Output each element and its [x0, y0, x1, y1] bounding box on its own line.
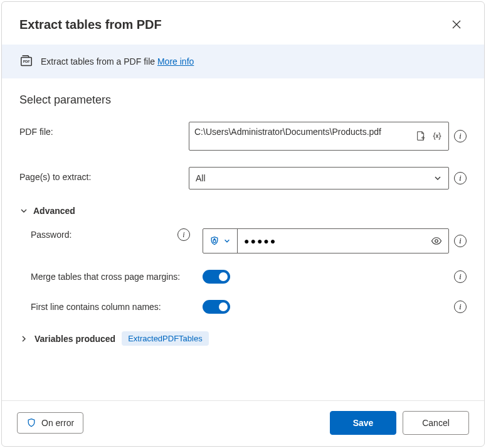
advanced-label: Advanced [33, 206, 75, 216]
pdf-file-value: C:\Users\Administrator\Documents\Product… [189, 122, 409, 150]
field-pdf-file: PDF file: C:\Users\Administrator\Documen… [19, 122, 467, 151]
pages-value: All [196, 173, 206, 183]
close-icon [452, 20, 461, 29]
dialog-header: Extract tables from PDF [2, 2, 484, 45]
password-input[interactable]: ●●●●● [203, 228, 449, 253]
close-button[interactable] [446, 14, 467, 35]
field-pages: Page(s) to extract: All i [19, 167, 467, 189]
section-title: Select parameters [19, 93, 467, 107]
variables-label: Variables produced [34, 334, 115, 344]
field-merge-tables: Merge tables that cross page margins: i [31, 270, 467, 284]
pages-select[interactable]: All [189, 167, 449, 189]
chevron-down-icon [19, 206, 28, 215]
variable-icon [431, 131, 443, 142]
pages-label: Page(s) to extract: [19, 167, 181, 182]
variables-expander[interactable]: Variables produced ExtractedPDFTables [19, 331, 467, 346]
dialog-body: Select parameters PDF file: C:\Users\Adm… [2, 78, 484, 400]
advanced-expander[interactable]: Advanced [19, 206, 467, 216]
pdf-file-label: PDF file: [19, 122, 181, 137]
dialog-title: Extract tables from PDF [19, 18, 162, 32]
banner-text: Extract tables from a PDF file More info [41, 56, 194, 67]
merge-toggle[interactable] [203, 270, 230, 284]
cancel-button[interactable]: Cancel [403, 411, 469, 435]
advanced-section: Password: i ●●●●● i [19, 228, 467, 314]
dialog-extract-tables: Extract tables from PDF PDF Extract tabl… [1, 1, 485, 447]
shield-lock-icon [209, 236, 219, 246]
file-select-icon [415, 131, 426, 142]
variable-picker-button[interactable] [431, 130, 443, 142]
first-line-toggle[interactable] [203, 300, 230, 314]
pdf-icon: PDF [19, 55, 33, 68]
shield-icon [26, 418, 36, 428]
chevron-down-icon [223, 237, 231, 245]
password-value: ●●●●● [238, 229, 425, 253]
svg-rect-2 [213, 240, 216, 242]
first-line-label: First line contains column names: [31, 302, 195, 312]
pages-info[interactable]: i [454, 172, 467, 184]
dialog-footer: On error Save Cancel [2, 400, 484, 446]
merge-info[interactable]: i [454, 270, 467, 283]
save-button[interactable]: Save [330, 411, 396, 435]
chevron-right-icon [19, 334, 28, 343]
info-banner: PDF Extract tables from a PDF file More … [2, 45, 484, 78]
first-line-info[interactable]: i [454, 301, 467, 313]
password-mode-dropdown[interactable] [203, 229, 238, 253]
file-picker-button[interactable] [415, 130, 427, 142]
password-info[interactable]: i [454, 235, 467, 247]
pdf-file-input[interactable]: C:\Users\Administrator\Documents\Product… [189, 122, 449, 151]
variable-chip[interactable]: ExtractedPDFTables [122, 331, 209, 346]
eye-icon [431, 235, 442, 247]
reveal-password-button[interactable] [425, 229, 448, 253]
password-label: Password: [31, 230, 71, 240]
more-info-link[interactable]: More info [157, 56, 194, 67]
on-error-label: On error [41, 418, 74, 428]
field-password: Password: i ●●●●● i [31, 228, 467, 253]
svg-point-3 [435, 240, 438, 243]
on-error-button[interactable]: On error [17, 412, 83, 434]
svg-text:PDF: PDF [23, 60, 31, 63]
password-label-info[interactable]: i [177, 228, 190, 241]
pdf-file-info[interactable]: i [454, 130, 467, 142]
field-first-line: First line contains column names: i [31, 300, 467, 314]
merge-label: Merge tables that cross page margins: [31, 272, 195, 282]
chevron-down-icon [433, 174, 442, 183]
